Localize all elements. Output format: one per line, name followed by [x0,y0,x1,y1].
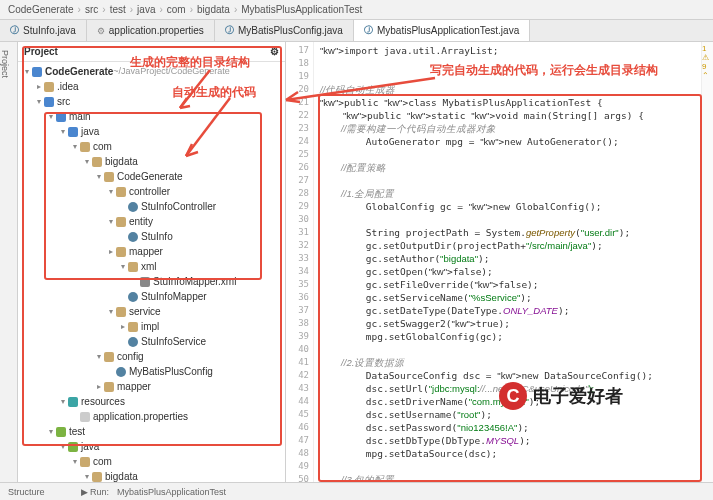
java-icon [128,202,138,212]
tab-label: MybatisPlusApplicationTest.java [377,25,519,36]
tree-item[interactable]: StuInfoMapper [18,289,285,304]
tree-label: StuInfoController [141,199,216,214]
tree-item[interactable]: MyBatisPlusConfig [18,364,285,379]
folder-icon [104,172,114,182]
tree-item[interactable]: StuInfoMapper.xml [18,274,285,289]
tree-label: CodeGenerate [45,64,113,79]
tree-item[interactable]: ▸impl [18,319,285,334]
tree-item[interactable]: ▾CodeGenerate [18,169,285,184]
expand-arrow-icon[interactable]: ▾ [58,124,68,139]
tree-label: mapper [117,379,151,394]
tree-item[interactable]: ▸mapper [18,244,285,259]
expand-arrow-icon[interactable]: ▾ [58,394,68,409]
tree-label: StuInfo [141,229,173,244]
tree-item[interactable]: StuInfoService [18,334,285,349]
breadcrumb-item[interactable]: test [110,4,126,15]
breadcrumb-item[interactable]: bigdata [197,4,230,15]
expand-arrow-icon[interactable]: ▸ [94,379,104,394]
folder-icon [128,322,138,332]
expand-arrow-icon[interactable]: ▸ [106,244,116,259]
expand-arrow-icon[interactable]: ▾ [106,184,116,199]
tree-label: mapper [129,244,163,259]
folder-icon [104,352,114,362]
tree-label: config [117,349,144,364]
tree-label: application.properties [93,409,188,424]
run-label[interactable]: ▶ Run: [81,487,110,497]
folder-icon [116,247,126,257]
expand-arrow-icon[interactable]: ▾ [70,139,80,154]
java-icon [128,232,138,242]
tab[interactable]: ⒿMybatisPlusApplicationTest.java [354,20,530,41]
breadcrumb-item[interactable]: java [137,4,155,15]
structure-tab[interactable]: Structure [8,487,45,497]
tree-item[interactable]: ▾java [18,439,285,454]
tree-label: MyBatisPlusConfig [129,364,213,379]
bottom-bar: Structure ▶ Run: MybatisPlusApplicationT… [0,482,713,500]
breadcrumb-item[interactable]: src [85,4,98,15]
tree-item[interactable]: StuInfo [18,229,285,244]
tree-item[interactable]: ▾com [18,139,285,154]
tree-item[interactable]: ▾service [18,304,285,319]
tree-item[interactable]: ▸.idea [18,79,285,94]
tree-label: StuInfoService [141,334,206,349]
prop-icon: ⚙ [97,26,105,36]
tree-label: xml [141,259,157,274]
tree-item[interactable]: ▾xml [18,259,285,274]
folder-blue-icon [68,127,78,137]
tab[interactable]: ⒿStuInfo.java [0,20,87,41]
tree-label: StuInfoMapper.xml [153,274,236,289]
tree-item[interactable]: ▾src [18,94,285,109]
tree-item[interactable]: ▾bigdata [18,154,285,169]
tree-label: test [69,424,85,439]
tree-item[interactable]: ▸mapper [18,379,285,394]
expand-arrow-icon[interactable]: ▾ [118,259,128,274]
expand-arrow-icon[interactable]: ▾ [58,439,68,454]
expand-arrow-icon[interactable]: ▾ [94,349,104,364]
expand-arrow-icon[interactable]: ▾ [22,64,32,79]
expand-arrow-icon[interactable]: ▸ [118,319,128,334]
expand-arrow-icon[interactable]: ▾ [94,169,104,184]
expand-arrow-icon[interactable]: ▾ [70,454,80,469]
tree-item[interactable]: ▾test [18,424,285,439]
editor[interactable]: 17 18 19 20 21 22 23 24 25 26 27 28 29 3… [286,42,713,500]
tree-label: main [69,109,91,124]
breadcrumb-item[interactable]: com [167,4,186,15]
folder-icon [80,457,90,467]
tree-item[interactable]: ▾main [18,109,285,124]
code-area[interactable]: "kw">import java.util.ArrayList; //代码自动生… [314,42,701,500]
tree-item[interactable]: ▾controller [18,184,285,199]
folder-icon [116,217,126,227]
tree-item[interactable]: ▾CodeGenerate ~/JavaProject/CodeGenerate [18,64,285,79]
expand-arrow-icon[interactable]: ▾ [46,424,56,439]
java-icon [128,337,138,347]
expand-arrow-icon[interactable]: ▾ [34,94,44,109]
gutter: 17 18 19 20 21 22 23 24 25 26 27 28 29 3… [286,42,314,500]
run-config[interactable]: MybatisPlusApplicationTest [117,487,226,497]
expand-arrow-icon[interactable]: ▾ [82,154,92,169]
tree-item[interactable]: ▾entity [18,214,285,229]
tree-label: controller [129,184,170,199]
tree-item[interactable]: StuInfoController [18,199,285,214]
expand-arrow-icon[interactable]: ▾ [46,109,56,124]
panel-title: Project [24,46,58,57]
tree-item[interactable]: ▾config [18,349,285,364]
tab[interactable]: ⚙application.properties [87,20,215,41]
tree-item[interactable]: ▾java [18,124,285,139]
project-panel: Project ⚙ ▾CodeGenerate ~/JavaProject/Co… [18,42,286,500]
breadcrumb-item[interactable]: CodeGenerate [8,4,74,15]
expand-arrow-icon[interactable]: ▸ [34,79,44,94]
tree-item[interactable]: application.properties [18,409,285,424]
tree-item[interactable]: ▾resources [18,394,285,409]
expand-arrow-icon[interactable]: ▾ [106,214,116,229]
folder-icon [116,187,126,197]
java-icon: Ⓙ [364,24,373,37]
breadcrumb-item[interactable]: MybatisPlusApplicationTest [241,4,362,15]
project-tree[interactable]: ▾CodeGenerate ~/JavaProject/CodeGenerate… [18,62,285,500]
warning-badge[interactable]: 1 ⚠ 9 ⌃ [702,44,712,80]
gear-icon[interactable]: ⚙ [270,46,279,57]
tab[interactable]: ⒿMyBatisPlusConfig.java [215,20,354,41]
sidebar-stripe[interactable]: Project [0,42,18,500]
folder-blue-icon [32,67,42,77]
tree-item[interactable]: ▾com [18,454,285,469]
expand-arrow-icon[interactable]: ▾ [106,304,116,319]
